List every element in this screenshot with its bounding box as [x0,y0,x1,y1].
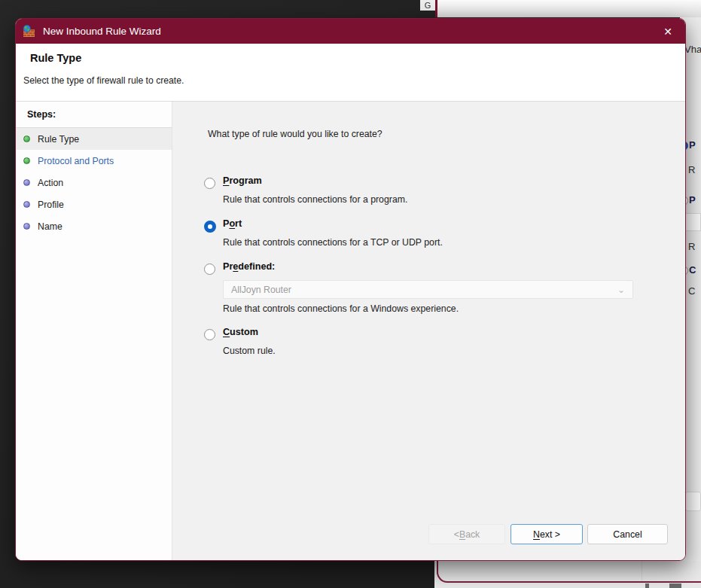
radio-program-description: Rule that controls connections for a pro… [223,194,407,205]
radio-predefined-label[interactable]: Predefined: [223,261,275,272]
page-title: Rule Type [30,52,685,64]
step-item-rule-type: Rule Type [16,128,172,150]
firewall-icon [23,25,35,38]
step-label: Action [38,178,63,188]
step-bullet-icon [23,201,30,208]
steps-heading: Steps: [16,102,172,128]
predefined-select[interactable]: AllJoyn Router ⌄ [223,280,633,299]
step-label: Protocol and Ports [38,156,114,166]
background-text-fragment: Vha [684,44,701,55]
back-button[interactable]: < Back [428,524,505,544]
step-label: Name [38,221,62,232]
step-item-protocol-and-ports[interactable]: Protocol and Ports [16,150,172,172]
step-label: Rule Type [38,134,79,145]
step-item-name: Name [16,215,172,237]
radio-port-label[interactable]: Port [223,218,242,229]
background-divider [642,561,642,581]
background-field-fragment [685,213,701,231]
step-bullet-icon [23,223,30,230]
step-item-profile: Profile [16,193,172,215]
steps-panel: Steps: Rule Type Protocol and Ports Acti… [16,102,172,560]
window-title: New Inbound Rule Wizard [43,26,161,37]
screen: Vha P R P R C C G [0,0,701,588]
titlebar[interactable]: New Inbound Rule Wizard ✕ [16,19,685,44]
background-text-fragment: R [688,164,695,175]
radio-predefined[interactable] [204,264,215,275]
cancel-button[interactable]: Cancel [587,524,668,544]
chevron-down-icon: ⌄ [617,286,625,294]
step-label: Profile [38,200,64,210]
background-window-top-sliver: G [420,0,701,17]
step-bullet-icon [23,179,30,186]
step-bullet-icon [23,136,30,142]
wizard-header: Rule Type Select the type of firewall ru… [16,44,685,102]
background-text-fragment: P [689,139,696,151]
background-text-fragment: C [688,285,695,297]
close-icon[interactable]: ✕ [657,22,679,41]
rule-type-page: What type of rule would you like to crea… [172,102,685,560]
next-button[interactable]: Next > [511,524,583,544]
background-text-fragment [645,583,649,588]
question-text: What type of rule would you like to crea… [208,129,383,139]
radio-program-label[interactable]: Program [223,175,262,186]
radio-port-description: Rule that controls connections for a TCP… [223,237,443,248]
predefined-select-value: AllJoyn Router [231,285,291,295]
page-subtitle: Select the type of firewall rule to crea… [23,75,685,86]
background-panel-corner [437,559,701,583]
radio-predefined-description: Rule that controls connections for a Win… [223,303,459,314]
new-inbound-rule-wizard-dialog: New Inbound Rule Wizard ✕ Rule Type Sele… [15,18,686,561]
step-item-action: Action [16,172,172,193]
background-titlebar-fragment [437,0,701,17]
background-text-fragment: R [688,241,695,252]
radio-custom-description: Custom rule. [223,346,276,356]
background-window-bottom-sliver [434,561,701,588]
background-text-fragment: P [689,194,696,206]
radio-program[interactable] [204,178,215,189]
step-bullet-icon [23,157,30,164]
radio-custom-label[interactable]: Custom [223,327,258,337]
background-text-fragment: C [689,264,696,276]
radio-custom[interactable] [204,329,215,340]
radio-port[interactable] [204,221,216,233]
background-text-fragment [669,583,681,588]
background-button-fragment [685,492,701,511]
background-tab-fragment: G [420,0,435,11]
